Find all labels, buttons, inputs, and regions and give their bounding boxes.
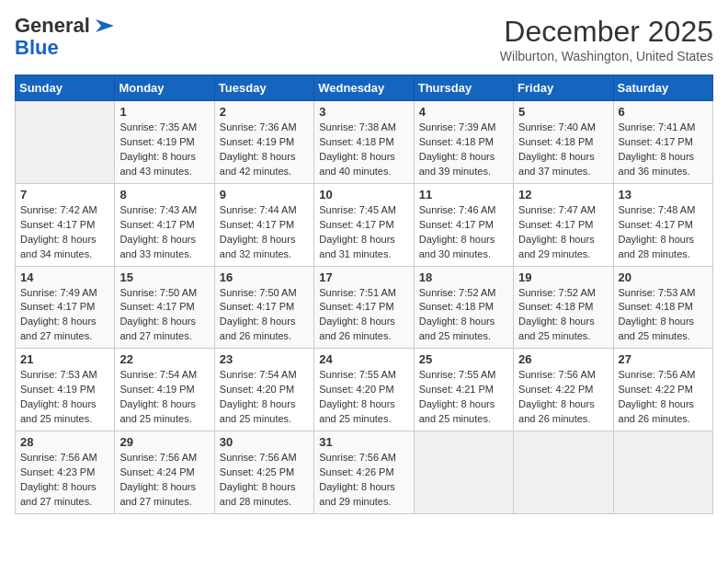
calendar-cell: 1Sunrise: 7:35 AM Sunset: 4:19 PM Daylig… [115,101,214,184]
day-info: Sunrise: 7:42 AM Sunset: 4:17 PM Dayligh… [20,203,109,262]
day-info: Sunrise: 7:45 AM Sunset: 4:17 PM Dayligh… [319,203,408,262]
calendar-cell: 23Sunrise: 7:54 AM Sunset: 4:20 PM Dayli… [214,349,313,431]
day-number: 2 [220,105,309,119]
calendar-cell: 16Sunrise: 7:50 AM Sunset: 4:17 PM Dayli… [214,266,313,349]
week-row-4: 21Sunrise: 7:53 AM Sunset: 4:19 PM Dayli… [16,349,713,431]
col-header-sunday: Sunday [16,75,115,101]
day-number: 23 [220,352,309,366]
week-row-1: 1Sunrise: 7:35 AM Sunset: 4:19 PM Daylig… [16,101,713,184]
calendar-table: SundayMondayTuesdayWednesdayThursdayFrid… [15,75,713,514]
calendar-cell: 13Sunrise: 7:48 AM Sunset: 4:17 PM Dayli… [613,183,712,266]
logo-text-general: General [15,15,90,37]
col-header-thursday: Thursday [414,75,513,101]
week-row-2: 7Sunrise: 7:42 AM Sunset: 4:17 PM Daylig… [16,183,713,266]
day-number: 28 [20,435,109,449]
calendar-cell: 22Sunrise: 7:54 AM Sunset: 4:19 PM Dayli… [115,349,214,431]
calendar-cell: 26Sunrise: 7:56 AM Sunset: 4:22 PM Dayli… [514,349,613,431]
calendar-cell: 27Sunrise: 7:56 AM Sunset: 4:22 PM Dayli… [613,349,712,431]
day-info: Sunrise: 7:56 AM Sunset: 4:26 PM Dayligh… [319,451,408,510]
page-header: General Blue December 2025 Wilburton, Wa… [15,15,713,63]
day-info: Sunrise: 7:44 AM Sunset: 4:17 PM Dayligh… [220,203,309,262]
calendar-cell: 29Sunrise: 7:56 AM Sunset: 4:24 PM Dayli… [115,431,214,514]
col-header-friday: Friday [514,75,613,101]
day-number: 3 [319,105,408,119]
day-number: 15 [119,270,209,284]
logo-text-blue: Blue [15,37,59,59]
day-info: Sunrise: 7:36 AM Sunset: 4:19 PM Dayligh… [220,121,309,179]
day-number: 27 [619,352,708,366]
col-header-wednesday: Wednesday [314,75,414,101]
day-info: Sunrise: 7:48 AM Sunset: 4:17 PM Dayligh… [619,203,708,262]
day-number: 18 [419,270,508,284]
day-info: Sunrise: 7:47 AM Sunset: 4:17 PM Dayligh… [518,203,608,262]
day-info: Sunrise: 7:55 AM Sunset: 4:21 PM Dayligh… [419,368,508,427]
calendar-cell: 8Sunrise: 7:43 AM Sunset: 4:17 PM Daylig… [115,183,214,266]
day-info: Sunrise: 7:56 AM Sunset: 4:23 PM Dayligh… [20,451,109,510]
month-title: December 2025 [500,15,713,49]
day-number: 4 [419,105,508,119]
calendar-cell: 24Sunrise: 7:55 AM Sunset: 4:20 PM Dayli… [314,349,414,431]
day-number: 13 [619,188,708,201]
calendar-cell: 10Sunrise: 7:45 AM Sunset: 4:17 PM Dayli… [314,183,414,266]
calendar-cell: 11Sunrise: 7:46 AM Sunset: 4:17 PM Dayli… [414,183,513,266]
day-info: Sunrise: 7:46 AM Sunset: 4:17 PM Dayligh… [419,203,508,262]
col-header-saturday: Saturday [613,75,712,101]
day-number: 11 [419,188,508,201]
day-number: 6 [619,105,708,119]
calendar-cell [514,431,613,514]
calendar-cell [613,431,712,514]
calendar-cell: 18Sunrise: 7:52 AM Sunset: 4:18 PM Dayli… [414,266,513,349]
day-info: Sunrise: 7:39 AM Sunset: 4:18 PM Dayligh… [419,121,508,179]
day-number: 7 [20,188,109,201]
calendar-cell: 21Sunrise: 7:53 AM Sunset: 4:19 PM Dayli… [16,349,115,431]
calendar-cell: 5Sunrise: 7:40 AM Sunset: 4:18 PM Daylig… [514,101,613,184]
day-number: 22 [119,352,209,366]
day-number: 20 [619,270,708,284]
calendar-cell: 2Sunrise: 7:36 AM Sunset: 4:19 PM Daylig… [214,101,313,184]
day-info: Sunrise: 7:51 AM Sunset: 4:17 PM Dayligh… [319,286,408,345]
day-number: 24 [319,352,408,366]
day-number: 30 [220,435,309,449]
day-info: Sunrise: 7:43 AM Sunset: 4:17 PM Dayligh… [119,203,209,262]
logo-arrow-icon [92,16,118,36]
calendar-cell: 12Sunrise: 7:47 AM Sunset: 4:17 PM Dayli… [514,183,613,266]
calendar-cell: 4Sunrise: 7:39 AM Sunset: 4:18 PM Daylig… [414,101,513,184]
day-number: 21 [20,352,109,366]
day-info: Sunrise: 7:56 AM Sunset: 4:22 PM Dayligh… [518,368,608,427]
day-number: 8 [119,188,209,201]
day-number: 14 [20,270,109,284]
calendar-cell: 25Sunrise: 7:55 AM Sunset: 4:21 PM Dayli… [414,349,513,431]
day-number: 10 [319,188,408,201]
day-info: Sunrise: 7:53 AM Sunset: 4:18 PM Dayligh… [619,286,708,345]
col-header-monday: Monday [115,75,214,101]
calendar-cell: 9Sunrise: 7:44 AM Sunset: 4:17 PM Daylig… [214,183,313,266]
day-info: Sunrise: 7:35 AM Sunset: 4:19 PM Dayligh… [119,121,209,179]
week-row-5: 28Sunrise: 7:56 AM Sunset: 4:23 PM Dayli… [16,431,713,514]
day-number: 9 [220,188,309,201]
day-info: Sunrise: 7:56 AM Sunset: 4:25 PM Dayligh… [220,451,309,510]
day-info: Sunrise: 7:56 AM Sunset: 4:24 PM Dayligh… [119,451,209,510]
location-subtitle: Wilburton, Washington, United States [500,49,713,63]
day-info: Sunrise: 7:50 AM Sunset: 4:17 PM Dayligh… [220,286,309,345]
day-info: Sunrise: 7:40 AM Sunset: 4:18 PM Dayligh… [518,121,608,179]
calendar-cell: 31Sunrise: 7:56 AM Sunset: 4:26 PM Dayli… [314,431,414,514]
calendar-cell: 20Sunrise: 7:53 AM Sunset: 4:18 PM Dayli… [613,266,712,349]
day-number: 31 [319,435,408,449]
col-header-tuesday: Tuesday [214,75,313,101]
day-info: Sunrise: 7:55 AM Sunset: 4:20 PM Dayligh… [319,368,408,427]
day-info: Sunrise: 7:54 AM Sunset: 4:19 PM Dayligh… [119,368,209,427]
calendar-cell: 17Sunrise: 7:51 AM Sunset: 4:17 PM Dayli… [314,266,414,349]
day-info: Sunrise: 7:56 AM Sunset: 4:22 PM Dayligh… [619,368,708,427]
day-info: Sunrise: 7:53 AM Sunset: 4:19 PM Dayligh… [20,368,109,427]
day-info: Sunrise: 7:52 AM Sunset: 4:18 PM Dayligh… [419,286,508,345]
day-info: Sunrise: 7:54 AM Sunset: 4:20 PM Dayligh… [220,368,309,427]
day-number: 1 [119,105,209,119]
calendar-cell: 14Sunrise: 7:49 AM Sunset: 4:17 PM Dayli… [16,266,115,349]
svg-marker-0 [96,19,114,32]
day-number: 26 [518,352,608,366]
day-info: Sunrise: 7:49 AM Sunset: 4:17 PM Dayligh… [20,286,109,345]
calendar-cell [414,431,513,514]
calendar-cell: 30Sunrise: 7:56 AM Sunset: 4:25 PM Dayli… [214,431,313,514]
day-number: 12 [518,188,608,201]
day-info: Sunrise: 7:50 AM Sunset: 4:17 PM Dayligh… [119,286,209,345]
